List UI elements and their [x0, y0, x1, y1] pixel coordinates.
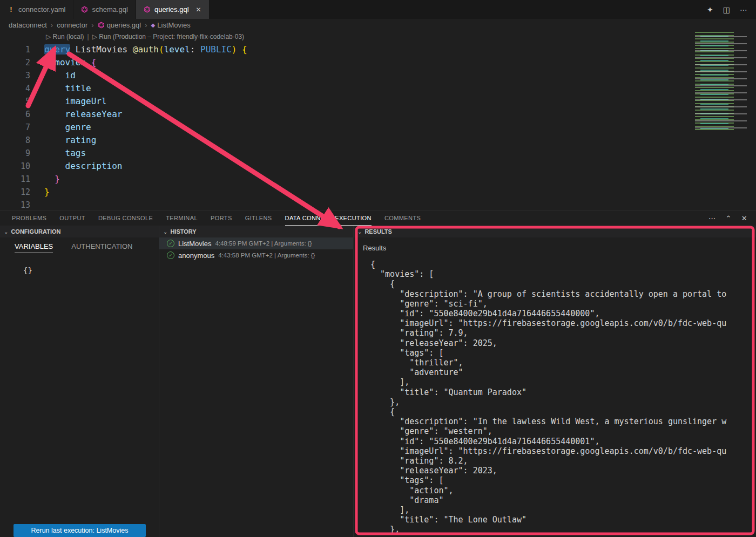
line-number: 3 — [0, 69, 30, 82]
rerun-last-execution-button[interactable]: Rerun last execution: ListMovies — [14, 524, 146, 537]
line-number: 12 — [0, 186, 30, 199]
code-text: id — [30, 69, 76, 82]
panel-tab-comments[interactable]: COMMENTS — [384, 210, 421, 226]
code-line-9: 9 tags — [0, 147, 756, 160]
tab-label: schema.gql — [92, 5, 127, 13]
breadcrumb-item-connector[interactable]: connector — [57, 21, 87, 29]
line-number: 10 — [0, 160, 30, 173]
sparkle-icon[interactable]: ✦ — [707, 5, 713, 14]
panel-tab-gitlens[interactable]: GITLENS — [245, 210, 272, 226]
tab-authentication[interactable]: AUTHENTICATION — [71, 242, 132, 253]
success-check-icon: ✓ — [167, 240, 174, 247]
line-number: 8 — [0, 134, 30, 147]
minimap[interactable] — [694, 32, 755, 130]
bottom-panel: PROBLEMSOUTPUTDEBUG CONSOLETERMINALPORTS… — [0, 210, 756, 537]
run-local-label: Run (local) — [53, 33, 84, 40]
tab-connector.yaml[interactable]: !connector.yaml — [0, 0, 73, 19]
breadcrumb-separator: › — [51, 21, 53, 29]
code-line-7: 7 genre — [0, 121, 756, 134]
code-line-10: 10 description — [0, 160, 756, 173]
tab-label: connector.yaml — [18, 5, 65, 13]
code-line-1: 1query ListMovies @auth(level: PUBLIC) { — [0, 43, 756, 56]
history-item-anonymous[interactable]: ✓anonymous4:43:58 PM GMT+2 | Arguments: … — [159, 249, 353, 261]
history-title: HISTORY — [170, 228, 196, 235]
breadcrumb-item-ListMovies[interactable]: ◆ListMovies — [151, 21, 191, 29]
breadcrumb-label: connector — [57, 21, 87, 29]
code-line-13: 13 — [0, 199, 756, 210]
graphql-icon — [98, 22, 105, 29]
line-number: 1 — [0, 43, 30, 56]
history-item-name: ListMovies — [178, 240, 211, 248]
panel-tab-bar: PROBLEMSOUTPUTDEBUG CONSOLETERMINALPORTS… — [0, 210, 756, 226]
run-production-link[interactable]: ▷ Run (Production – Project: friendly-fl… — [92, 33, 244, 40]
line-number: 4 — [0, 82, 30, 95]
chevron-down-icon: ⌄ — [357, 229, 362, 235]
tab-bar-tabs: !connector.yamlschema.gqlqueries.gql✕ — [0, 0, 210, 19]
more-actions-icon[interactable]: ⋯ — [740, 5, 747, 14]
breadcrumb-separator: › — [91, 21, 93, 29]
code-lines: 1query ListMovies @auth(level: PUBLIC) {… — [0, 43, 756, 210]
code-line-8: 8 rating — [0, 134, 756, 147]
panel-maximize-icon[interactable]: ⌃ — [725, 214, 731, 222]
breadcrumb-label: queries.gql — [107, 21, 141, 29]
graphql-icon — [144, 6, 151, 13]
split-editor-icon[interactable]: ◫ — [723, 5, 730, 14]
panel-tab-data-connect-execution[interactable]: DATA CONNECT EXECUTION — [285, 210, 372, 226]
results-header[interactable]: ⌄ RESULTS — [354, 226, 756, 237]
play-icon: ▷ — [46, 33, 51, 40]
panel-close-icon[interactable]: ✕ — [741, 214, 747, 222]
line-number: 13 — [0, 199, 30, 210]
success-check-icon: ✓ — [167, 251, 174, 259]
panel-more-icon[interactable]: ⋯ — [708, 214, 716, 222]
yaml-icon: ! — [8, 5, 15, 13]
breadcrumb-item-queries.gql[interactable]: queries.gql — [98, 21, 141, 29]
history-item-meta: 4:43:58 PM GMT+2 | Arguments: {} — [218, 252, 315, 259]
results-json: { "movies": [ { "description": "A group … — [354, 260, 756, 535]
code-line-2: 2 movies { — [0, 56, 756, 69]
breadcrumb-item-dataconnect[interactable]: dataconnect — [9, 21, 47, 29]
history-item-meta: 4:48:59 PM GMT+2 | Arguments: {} — [215, 240, 312, 247]
tab-bar-actions: ✦ ◫ ⋯ — [707, 0, 756, 19]
code-line-12: 12} — [0, 186, 756, 199]
variables-value[interactable]: {} — [0, 253, 159, 275]
configuration-tabs: VARIABLES AUTHENTICATION — [0, 237, 159, 253]
panel-tab-ports[interactable]: PORTS — [211, 210, 232, 226]
breadcrumb-separator: › — [145, 21, 147, 29]
symbol-operation-icon: ◆ — [151, 22, 156, 28]
close-tab-icon[interactable]: ✕ — [196, 6, 201, 13]
panel-tab-terminal[interactable]: TERMINAL — [166, 210, 198, 226]
run-local-link[interactable]: ▷ Run (local) — [46, 33, 84, 40]
results-label: Results — [363, 244, 756, 252]
line-number: 9 — [0, 147, 30, 160]
tab-queries.gql[interactable]: queries.gql✕ — [136, 0, 210, 19]
graphql-icon — [81, 6, 88, 13]
line-number: 11 — [0, 173, 30, 186]
code-text: imageUrl — [30, 95, 107, 108]
panel-tab-debug-console[interactable]: DEBUG CONSOLE — [98, 210, 153, 226]
code-text — [30, 199, 44, 210]
code-text: } — [30, 173, 60, 186]
results-title: RESULTS — [364, 228, 392, 235]
line-number: 5 — [0, 95, 30, 108]
chevron-down-icon: ⌄ — [4, 229, 8, 235]
code-line-6: 6 releaseYear — [0, 108, 756, 121]
history-header[interactable]: ⌄ HISTORY — [159, 226, 353, 237]
editor-tab-bar: !connector.yamlschema.gqlqueries.gql✕ ✦ … — [0, 0, 756, 19]
code-text: query ListMovies @auth(level: PUBLIC) { — [30, 43, 247, 56]
code-text: rating — [30, 134, 96, 147]
history-item-ListMovies[interactable]: ✓ListMovies4:48:59 PM GMT+2 | Arguments:… — [159, 237, 353, 249]
panel-tab-problems[interactable]: PROBLEMS — [12, 210, 46, 226]
configuration-section: ⌄ CONFIGURATION VARIABLES AUTHENTICATION… — [0, 226, 159, 537]
code-editor[interactable]: ▷ Run (local)|▷ Run (Production – Projec… — [0, 31, 756, 210]
panel-tab-output[interactable]: OUTPUT — [59, 210, 85, 226]
configuration-header[interactable]: ⌄ CONFIGURATION — [0, 226, 159, 237]
panel-actions: ⋯ ⌃ ✕ — [708, 210, 756, 226]
line-number: 6 — [0, 108, 30, 121]
chevron-down-icon: ⌄ — [163, 229, 167, 235]
code-text: tags — [30, 147, 86, 160]
breadcrumb: dataconnect›connector›queries.gql›◆ListM… — [0, 19, 756, 31]
minimap-lines — [695, 32, 747, 131]
breadcrumb-label: ListMovies — [157, 21, 190, 29]
tab-variables[interactable]: VARIABLES — [15, 242, 53, 253]
tab-schema.gql[interactable]: schema.gql — [73, 0, 136, 19]
